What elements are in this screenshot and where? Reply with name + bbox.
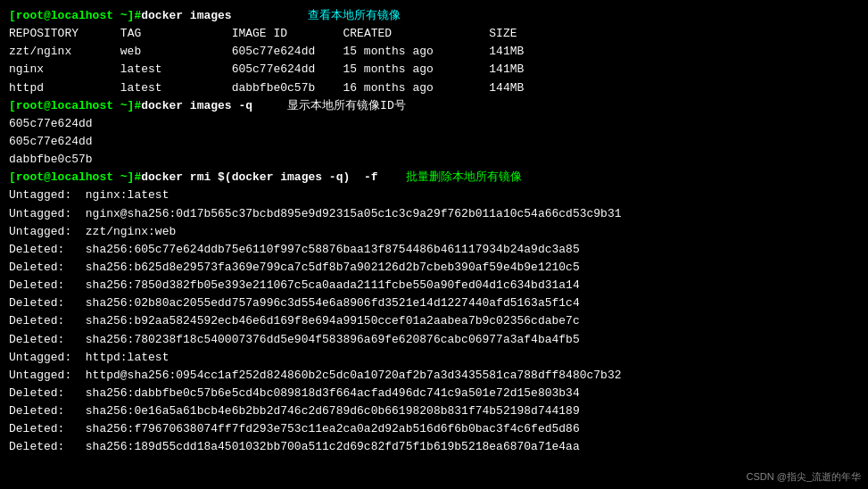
- line-1: [root@localhost ~]#docker images 查看本地所有镜…: [9, 7, 859, 25]
- annotation-1: 查看本地所有镜像: [308, 9, 401, 22]
- table-header: REPOSITORY TAG IMAGE ID CREATED SIZE: [9, 25, 859, 43]
- list-item: Deleted: sha256:dabbfbe0c57b6e5cd4bc0898…: [9, 385, 859, 402]
- list-item: Deleted: sha256:605c77e624ddb75e6110f997…: [9, 241, 859, 259]
- col-header-repo: REPOSITORY: [9, 27, 120, 40]
- list-item: Deleted: sha256:b92aa5824592ecb46e6d169f…: [9, 312, 859, 330]
- col-header-created: CREATED: [343, 27, 489, 40]
- list-item: Deleted: sha256:780238f18c540007376dd5e9…: [9, 331, 859, 349]
- annotation-3: 批量删除本地所有镜像: [406, 170, 522, 184]
- terminal-window: [root@localhost ~]#docker images 查看本地所有镜…: [9, 7, 859, 457]
- list-item: Untagged: nginx@sha256:0d17b565c37bcbd89…: [9, 205, 859, 223]
- table-row: nginx latest 605c77e624dd 15 months ago …: [9, 61, 859, 79]
- list-item: Untagged: httpd@sha256:0954cc1af252d8248…: [9, 367, 859, 385]
- col-header-tag: TAG: [120, 27, 232, 40]
- list-item: Deleted: sha256:b625d8e29573fa369e799ca7…: [9, 259, 859, 277]
- list-item: Deleted: sha256:189d55cdd18a4501032bb700…: [9, 438, 859, 456]
- prompt-1: [root@localhost ~]#: [9, 9, 141, 22]
- list-item: Deleted: sha256:02b80ac2055edd757a996c3d…: [9, 294, 859, 312]
- prompt-3: [root@localhost ~]#: [9, 170, 141, 184]
- line-3: [root@localhost ~]#docker rmi $(docker i…: [9, 169, 859, 186]
- list-item: dabbfbe0c57b: [9, 151, 859, 169]
- table-row: httpd latest dabbfbe0c57b 16 months ago …: [9, 79, 859, 97]
- list-item: Deleted: sha256:f79670638074ff7fd293e753…: [9, 420, 859, 438]
- col-header-imageid: IMAGE ID: [232, 27, 343, 40]
- annotation-2: 显示本地所有镜像ID号: [267, 99, 406, 112]
- col-header-size: SIZE: [489, 27, 517, 40]
- list-item: 605c77e624dd: [9, 133, 859, 151]
- watermark: CSDN @指尖_流逝的年华: [746, 470, 861, 484]
- table-row: zzt/nginx web 605c77e624dd 15 months ago…: [9, 43, 859, 61]
- command-1: docker images: [141, 9, 231, 22]
- command-3: docker rmi $(docker images -q) -f: [141, 170, 377, 184]
- list-item: Untagged: zzt/nginx:web: [9, 223, 859, 241]
- list-item: Untagged: nginx:latest: [9, 186, 859, 204]
- list-item: Deleted: sha256:7850d382fb05e393e211067c…: [9, 277, 859, 294]
- prompt-2: [root@localhost ~]#: [9, 99, 141, 112]
- list-item: 605c77e624dd: [9, 115, 859, 133]
- list-item: Deleted: sha256:0e16a5a61bcb4e6b2bb2d746…: [9, 402, 859, 420]
- list-item: Untagged: httpd:latest: [9, 349, 859, 367]
- command-2: docker images -q: [141, 99, 252, 112]
- line-2: [root@localhost ~]#docker images -q 显示本地…: [9, 97, 859, 115]
